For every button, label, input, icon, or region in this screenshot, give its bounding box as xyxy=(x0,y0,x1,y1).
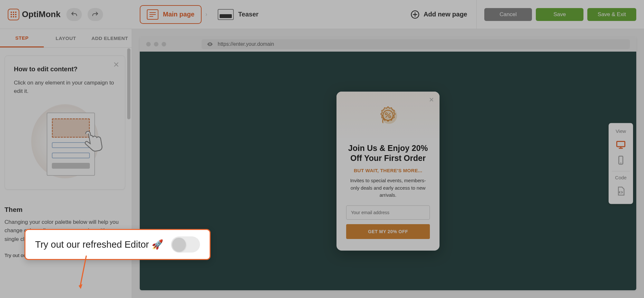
add-page-button[interactable]: Add new page xyxy=(411,10,467,19)
popup-close-button[interactable] xyxy=(429,97,434,104)
undo-icon xyxy=(71,11,78,18)
view-desktop-button[interactable] xyxy=(614,138,628,152)
popup-headline: Join Us & Enjoy 20% Off Your First Order xyxy=(346,143,430,164)
top-toolbar: OptiMonk Main page › Teaser Add new page… xyxy=(0,0,644,29)
chevron-right-icon: › xyxy=(205,11,207,18)
tip-illustration xyxy=(31,104,99,178)
toggle-knob-icon xyxy=(172,238,186,251)
tab-step[interactable]: Step xyxy=(0,29,44,47)
view-rail: View Code xyxy=(609,123,633,204)
page-main-label: Main page xyxy=(163,11,194,18)
theme-title: Them xyxy=(5,206,125,214)
browser-chrome: https://enter.your.domain xyxy=(140,37,636,52)
svg-point-1 xyxy=(209,44,210,45)
rail-divider xyxy=(612,171,630,172)
logo-dots-icon xyxy=(11,12,16,17)
mobile-icon xyxy=(616,155,626,165)
save-exit-button[interactable]: Save & Exit xyxy=(587,8,636,21)
discount-badge-icon xyxy=(375,103,401,128)
hand-pointer-icon xyxy=(77,125,107,155)
tip-body: Click on any element in your campaign to… xyxy=(14,79,116,95)
redo-icon xyxy=(92,11,99,18)
popup-hero xyxy=(336,92,440,140)
cancel-button[interactable]: Cancel xyxy=(484,8,532,21)
desktop-icon xyxy=(616,140,626,150)
brand-logo[interactable]: OptiMonk xyxy=(8,9,61,20)
try-editor-callout: Try out our refreshed Editor 🚀 xyxy=(24,229,211,260)
preview-browser: https://enter.your.domain xyxy=(140,37,636,290)
page-switcher: Main page › Teaser Add new page xyxy=(132,5,476,24)
tip-card: How to edit content? Click on any elemen… xyxy=(5,55,125,190)
window-dot-icon xyxy=(154,42,158,46)
popup-description: Invites to special events, members-only … xyxy=(346,177,430,199)
redo-button[interactable] xyxy=(88,8,103,21)
tip-title: How to edit content? xyxy=(14,65,116,73)
window-dot-icon xyxy=(146,42,151,46)
sidebar-tabs: Step Layout Add Element xyxy=(0,29,132,48)
preview-viewport[interactable]: Join Us & Enjoy 20% Off Your First Order… xyxy=(140,52,636,290)
svg-point-9 xyxy=(620,163,621,164)
tip-close-button[interactable] xyxy=(113,61,120,69)
popup-subhead: BUT WAIT, THERE'S MORE... xyxy=(346,168,430,173)
popup-preview[interactable]: Join Us & Enjoy 20% Off Your First Order… xyxy=(336,92,440,251)
page-chip-main[interactable]: Main page xyxy=(140,5,202,24)
page-main-icon xyxy=(147,9,158,20)
window-dot-icon xyxy=(162,42,166,46)
view-rail-code-label: Code xyxy=(615,175,627,180)
add-page-label: Add new page xyxy=(423,11,467,18)
address-url: https://enter.your.domain xyxy=(218,41,274,47)
toolbar-left: OptiMonk xyxy=(0,8,132,21)
view-mobile-button[interactable] xyxy=(614,153,628,167)
popup-email-input[interactable] xyxy=(346,205,430,220)
address-bar[interactable]: https://enter.your.domain xyxy=(202,39,630,49)
toolbar-right: Cancel Save Save & Exit xyxy=(476,0,644,29)
eye-icon xyxy=(207,41,213,47)
save-button[interactable]: Save xyxy=(536,8,583,21)
code-file-icon xyxy=(616,186,626,196)
try-editor-toggle[interactable] xyxy=(171,236,200,253)
close-icon xyxy=(429,97,434,103)
tab-add-element[interactable]: Add Element xyxy=(88,29,132,47)
page-teaser-icon xyxy=(218,9,234,20)
tab-layout[interactable]: Layout xyxy=(44,29,88,47)
callout-text: Try out our refreshed Editor 🚀 xyxy=(35,239,163,250)
view-rail-view-label: View xyxy=(616,128,626,134)
undo-button[interactable] xyxy=(66,8,82,21)
page-chip-teaser[interactable]: Teaser xyxy=(211,5,265,24)
logo-mark-icon xyxy=(8,9,19,20)
popup-body: Join Us & Enjoy 20% Off Your First Order… xyxy=(336,140,440,251)
plus-circle-icon xyxy=(411,10,420,19)
popup-cta-button[interactable]: GET MY 20% OFF xyxy=(346,224,430,239)
page-teaser-label: Teaser xyxy=(238,11,259,18)
view-code-button[interactable] xyxy=(614,184,628,198)
close-icon xyxy=(113,61,120,68)
brand-name: OptiMonk xyxy=(22,9,61,19)
scrollbar-thumb[interactable] xyxy=(127,48,130,119)
svg-rect-7 xyxy=(617,142,625,147)
